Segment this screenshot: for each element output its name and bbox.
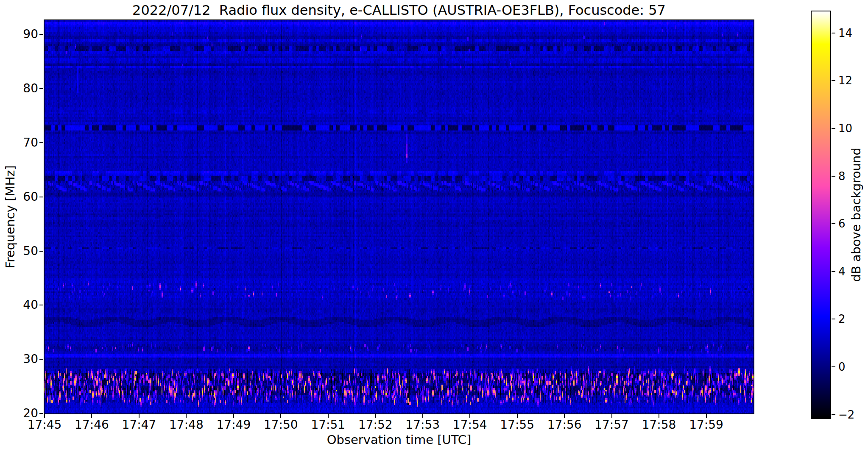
y-tick-mark xyxy=(39,413,43,414)
y-tick-mark xyxy=(39,34,43,35)
colorbar-tick-mark xyxy=(832,414,835,415)
colorbar-tick-mark xyxy=(832,33,835,33)
x-tick-mark xyxy=(328,414,329,418)
x-tick-mark xyxy=(139,414,140,418)
colorbar-tick-mark xyxy=(832,176,835,177)
y-tick-mark xyxy=(39,305,43,305)
x-tick-mark xyxy=(659,414,659,418)
colorbar-tick-label: −2 xyxy=(838,408,868,421)
x-tick-mark xyxy=(422,414,423,418)
x-tick-mark xyxy=(91,414,92,418)
colorbar-tick-mark xyxy=(832,223,835,224)
y-tick-mark xyxy=(39,359,43,360)
colorbar-tick-mark xyxy=(832,319,835,319)
colorbar-tick-label: 0 xyxy=(838,360,868,373)
colorbar-label: dB above background xyxy=(849,88,864,342)
colorbar-tick-label: 14 xyxy=(838,27,868,39)
x-tick-mark xyxy=(375,414,376,418)
x-tick-mark xyxy=(280,414,281,418)
y-tick-label: 30 xyxy=(8,352,38,366)
x-axis-label: Observation time [UTC] xyxy=(272,433,526,447)
y-tick-mark xyxy=(39,251,43,252)
y-tick-mark xyxy=(39,88,43,89)
spectrogram-plot-area xyxy=(44,19,754,414)
colorbar-tick-label: 12 xyxy=(838,74,868,87)
y-tick-mark xyxy=(39,142,43,143)
x-tick-mark xyxy=(233,414,234,418)
x-tick-label: 17:59 xyxy=(677,418,736,432)
x-tick-mark xyxy=(469,414,470,418)
x-tick-mark xyxy=(706,414,707,418)
colorbar xyxy=(811,11,831,419)
x-tick-mark xyxy=(44,414,45,418)
colorbar-tick-mark xyxy=(832,128,835,129)
y-tick-label: 90 xyxy=(8,28,38,41)
x-tick-mark xyxy=(186,414,187,418)
colorbar-tick-mark xyxy=(832,366,835,367)
colorbar-tick-mark xyxy=(832,271,835,272)
colorbar-tick-mark xyxy=(832,80,835,81)
x-tick-mark xyxy=(517,414,518,418)
y-tick-label: 20 xyxy=(8,407,38,420)
y-tick-mark xyxy=(39,197,43,197)
colorbar-canvas xyxy=(812,11,830,418)
spectrogram-canvas xyxy=(45,20,754,413)
y-axis-label: Frequency [MHz] xyxy=(3,90,18,344)
x-tick-mark xyxy=(564,414,565,418)
x-tick-mark xyxy=(611,414,612,418)
chart-title: 2022/07/12 Radio flux density, e-CALLIST… xyxy=(0,2,798,18)
